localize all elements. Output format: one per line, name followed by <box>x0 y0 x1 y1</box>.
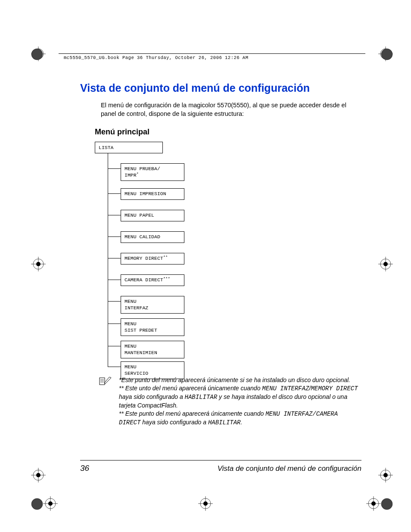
registration-mark-icon <box>31 468 46 482</box>
footer-title: Vista de conjunto del menú de configurac… <box>218 464 361 473</box>
solid-ball-icon <box>381 498 393 510</box>
tree-connector <box>108 324 121 324</box>
header-rule <box>59 53 365 54</box>
solid-ball-icon <box>31 48 43 60</box>
menu-tree: LISTA MENU PRUEBA/IMPR*MENU IMPRESIONMEN… <box>95 142 361 373</box>
tree-root-box: LISTA <box>95 142 163 153</box>
footnote-mono: HABILITAR <box>208 419 241 426</box>
tree-connector <box>108 280 121 280</box>
tree-connector <box>108 346 121 346</box>
footnote-line: ** Este punto del menú aparecerá únicame… <box>119 410 265 417</box>
tree-child-box: MENUINTERFAZ <box>121 296 184 314</box>
footnote-line: ** Este unto del menú aparecerá únicamen… <box>119 385 262 392</box>
tree-child-box: MENU IMPRESION <box>121 188 184 199</box>
svg-rect-6 <box>100 378 105 385</box>
page-title: Vista de conjunto del menú de configurac… <box>80 82 361 94</box>
footnote-line: . <box>241 419 243 426</box>
tree-connector <box>108 367 121 367</box>
footnote-mono: MENU INTERFAZ <box>262 385 309 392</box>
footnote-line: *Este punto del menú aparecerá únicament… <box>119 376 350 383</box>
footnote-mono: HABILITAR <box>185 394 218 401</box>
tree-connector <box>108 236 121 237</box>
solid-ball-icon <box>381 48 393 60</box>
note-icon <box>99 377 112 386</box>
registration-mark-icon <box>366 496 381 511</box>
tree-child-box: MEMORY DIRECT** <box>121 253 184 264</box>
footnote-line: haya sido configurado a <box>140 419 208 426</box>
tree-child-box: MENU PRUEBA/IMPR* <box>121 163 184 181</box>
footnote-block: *Este punto del menú aparecerá únicament… <box>101 376 361 426</box>
registration-mark-icon <box>43 496 58 511</box>
registration-mark-icon <box>378 257 393 271</box>
registration-mark-icon <box>378 468 393 482</box>
tree-child-box: MENU PAPEL <box>121 210 184 221</box>
intro-paragraph: El menú de configuración de la magicolor… <box>101 101 361 118</box>
page-number: 36 <box>80 464 89 473</box>
registration-mark-icon <box>31 257 46 271</box>
solid-ball-icon <box>31 498 43 510</box>
tree-connector <box>108 258 121 258</box>
running-header: mc5550_5570_UG.book Page 36 Thursday, Oc… <box>64 55 248 60</box>
registration-mark-icon <box>198 496 213 511</box>
footnote-line: haya sido configurado a <box>119 393 185 400</box>
tree-child-box: MENUSIST PREDET <box>121 318 184 336</box>
tree-child-box: MENU CALIDAD <box>121 231 184 243</box>
tree-connector <box>108 301 121 302</box>
footer-rule <box>80 460 361 460</box>
tree-child-box: CAMERA DIRECT*** <box>121 274 184 286</box>
tree-connector <box>108 215 121 215</box>
tree-stem <box>108 153 108 367</box>
tree-child-box: MENUMANTENIMIEN <box>121 341 184 358</box>
section-heading: Menú principal <box>95 128 361 137</box>
footnote-mono: MEMORY DIRECT <box>311 385 358 392</box>
tree-connector <box>108 193 121 194</box>
tree-connector <box>108 168 121 169</box>
